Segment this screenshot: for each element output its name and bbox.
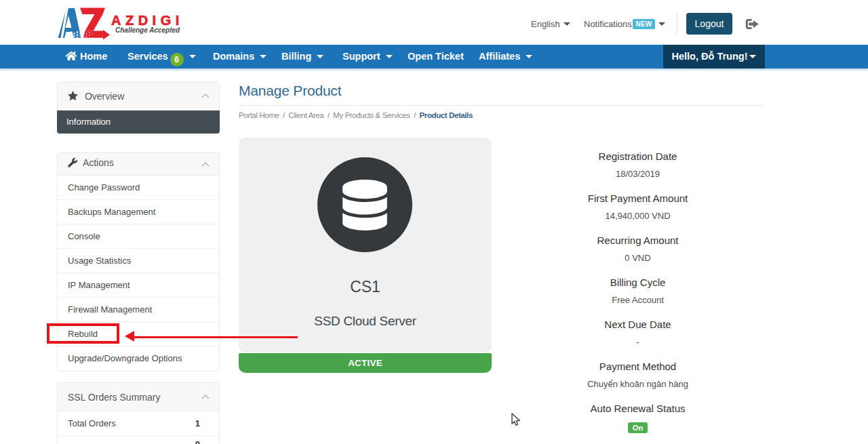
- svg-text:Challenge Accepted: Challenge Accepted: [115, 26, 180, 34]
